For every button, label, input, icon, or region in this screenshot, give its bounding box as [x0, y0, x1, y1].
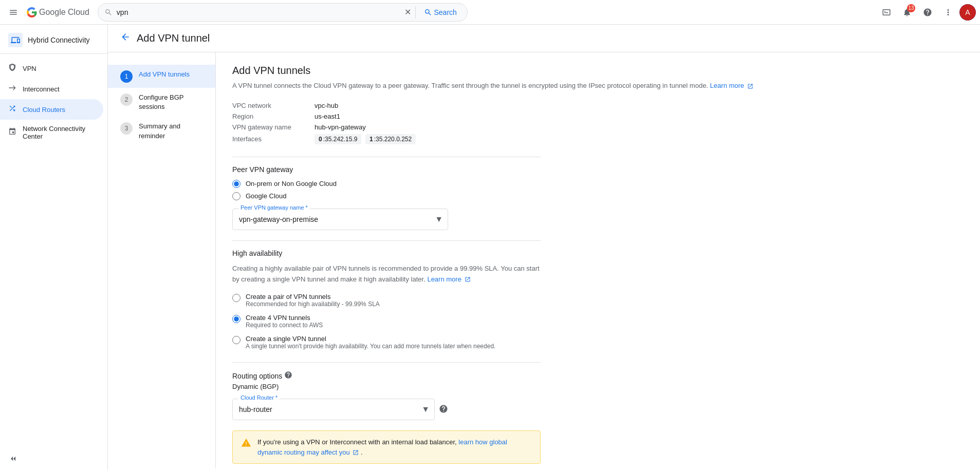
ncc-icon [8, 127, 16, 138]
sidebar: Hybrid Connectivity VPN Interconnect Clo… [0, 25, 108, 470]
cloud-router-label: Cloud Router * [238, 394, 280, 401]
wizard-step-2[interactable]: 2 Configure BGP sessions [108, 88, 215, 117]
sidebar-item-label-ncc: Network Connectivity Center [23, 125, 95, 140]
ha-option-single[interactable]: Create a single VPN tunnel A single tunn… [232, 333, 541, 352]
interconnect-icon [8, 84, 16, 94]
add-vpn-tunnels-title: Add VPN tunnels [232, 65, 964, 77]
wizard-step-3[interactable]: 3 Summary and reminder [108, 117, 215, 145]
ha-option-four[interactable]: Create 4 VPN tunnels Required to connect… [232, 312, 541, 331]
vpn-gateway-name-label: VPN gateway name [232, 123, 315, 131]
search-button[interactable]: Search [420, 6, 461, 18]
wizard-step-1[interactable]: 1 Add VPN tunnels [108, 65, 215, 88]
sidebar-header-icon [8, 33, 23, 47]
sidebar-nav: VPN Interconnect Cloud Routers Network C… [0, 54, 107, 149]
vpc-network-value: vpc-hub [315, 102, 541, 109]
interface-1-badge: 1 : 35.220.0.252 [365, 134, 416, 144]
learn-more-link[interactable]: Learn more [710, 82, 753, 89]
wizard-content: Add VPN tunnels A VPN tunnel connects th… [216, 52, 980, 468]
info-table: VPC network vpc-hub Region us-east1 VPN … [232, 102, 541, 144]
logo-text: Google Cloud [39, 8, 89, 17]
page-title: Add VPN tunnel [137, 32, 210, 44]
wizard-step-label-2: Configure BGP sessions [139, 93, 203, 111]
ha-learn-more-link[interactable]: Learn more [427, 275, 470, 283]
ha-radio-group: Create a pair of VPN tunnels Recommended… [232, 291, 541, 352]
peer-vpn-section-title: Peer VPN gateway [232, 165, 964, 174]
vpn-gateway-name-value: hub-vpn-gateway [315, 123, 541, 131]
page-header: Add VPN tunnel [108, 25, 980, 52]
warning-icon [241, 438, 251, 452]
divider-2 [232, 240, 541, 241]
high-availability-description: Creating a highly available pair of VPN … [232, 264, 541, 285]
back-button[interactable] [120, 32, 131, 45]
topbar: Google Cloud ✕ Search 13 A [0, 0, 980, 25]
vpn-icon [8, 63, 16, 73]
search-clear-button[interactable]: ✕ [404, 7, 411, 17]
sidebar-item-label-cloud-routers: Cloud Routers [23, 106, 65, 114]
cloud-router-select[interactable]: hub-router [232, 399, 435, 420]
svg-text:A: A [965, 8, 970, 16]
routing-options-value: Dynamic (BGP) [232, 383, 541, 390]
search-input[interactable] [117, 8, 400, 16]
sidebar-title: Hybrid Connectivity [28, 36, 90, 44]
interfaces-value: 0 : 35.242.15.9 1 : 35.220.0.252 [315, 134, 541, 144]
search-bar[interactable]: ✕ Search [98, 3, 468, 22]
google-cloud-logo: Google Cloud [27, 7, 89, 17]
wizard-layout: 1 Add VPN tunnels 2 Configure BGP sessio… [108, 52, 980, 468]
step-number-1: 1 [120, 70, 133, 83]
peer-vpn-gateway-select[interactable]: vpn-gateway-on-premise [232, 209, 448, 230]
routing-options-label: Routing options [232, 371, 541, 381]
collapse-sidebar-button[interactable] [0, 447, 107, 470]
routing-options-section: Routing options Dynamic (BGP) Cloud Rout… [232, 371, 541, 420]
main-content: Add VPN tunnel 1 Add VPN tunnels 2 Confi… [108, 25, 980, 470]
wizard-step-label-3: Summary and reminder [139, 122, 203, 140]
notifications-button[interactable]: 13 [898, 3, 916, 22]
sidebar-header: Hybrid Connectivity [0, 25, 107, 54]
divider-3 [232, 362, 541, 363]
peer-vpn-gateway-dropdown[interactable]: Peer VPN gateway name * vpn-gateway-on-p… [232, 209, 448, 230]
sidebar-item-label-interconnect: Interconnect [23, 85, 60, 93]
wizard-sidebar: 1 Add VPN tunnels 2 Configure BGP sessio… [108, 52, 216, 468]
warning-banner: If you're using a VPN or Interconnect wi… [232, 430, 541, 464]
cloud-router-dropdown[interactable]: Cloud Router * hub-router ▼ [232, 399, 435, 420]
peer-vpn-radio-group: On-prem or Non Google Cloud Google Cloud [232, 180, 964, 200]
vpc-network-label: VPC network [232, 102, 315, 109]
interfaces-label: Interfaces [232, 134, 315, 144]
peer-vpn-gateway-dropdown-label: Peer VPN gateway name * [238, 204, 310, 211]
more-options-button[interactable] [939, 3, 957, 22]
sidebar-item-label-vpn: VPN [23, 65, 36, 72]
menu-button[interactable] [4, 3, 23, 22]
wizard-step-label-1: Add VPN tunnels [139, 70, 190, 79]
topbar-right: 13 A [877, 3, 976, 22]
ha-option-pair[interactable]: Create a pair of VPN tunnels Recommended… [232, 291, 541, 310]
router-icon [8, 104, 16, 115]
notification-badge: 13 [907, 4, 915, 12]
sidebar-item-vpn[interactable]: VPN [0, 58, 103, 79]
peer-vpn-option-google-cloud[interactable]: Google Cloud [232, 192, 964, 200]
cloud-router-help-icon[interactable] [439, 404, 448, 415]
help-button[interactable] [918, 3, 937, 22]
step-number-3: 3 [120, 122, 133, 135]
high-availability-title: High availability [232, 249, 541, 257]
sidebar-item-interconnect[interactable]: Interconnect [0, 79, 103, 99]
divider-1 [232, 157, 541, 157]
interface-0-badge: 0 : 35.242.15.9 [315, 134, 361, 144]
peer-vpn-option-on-prem[interactable]: On-prem or Non Google Cloud [232, 180, 964, 188]
avatar[interactable]: A [959, 4, 976, 21]
region-value: us-east1 [315, 112, 541, 120]
region-label: Region [232, 112, 315, 120]
terminal-button[interactable] [877, 3, 896, 22]
routing-help-icon[interactable] [284, 371, 292, 381]
sidebar-item-cloud-routers[interactable]: Cloud Routers [0, 99, 103, 120]
app-layout: Hybrid Connectivity VPN Interconnect Clo… [0, 25, 980, 470]
add-vpn-tunnels-description: A VPN tunnel connects the Cloud VPN gate… [232, 81, 964, 91]
step-number-2: 2 [120, 93, 133, 106]
sidebar-item-ncc[interactable]: Network Connectivity Center [0, 120, 103, 145]
high-availability-section: High availability Creating a highly avai… [232, 249, 541, 352]
